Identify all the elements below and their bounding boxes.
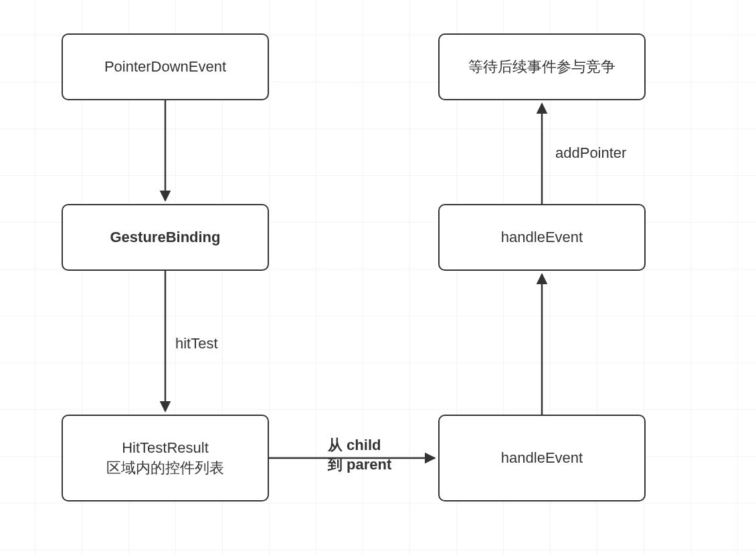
node-label-line2: 区域内的控件列表 xyxy=(106,458,224,478)
node-wait-compete: 等待后续事件参与竞争 xyxy=(438,33,646,100)
edge-text: hitTest xyxy=(175,335,218,352)
node-handle-event-lower: handleEvent xyxy=(438,415,646,502)
node-label: handleEvent xyxy=(501,227,583,247)
node-label: handleEvent xyxy=(501,448,583,468)
edge-label-child-to-parent: 从 child 到 parent xyxy=(328,436,391,474)
node-handle-event-upper: handleEvent xyxy=(438,204,646,271)
edge-label-addpointer: addPointer xyxy=(555,144,626,163)
edge-text: addPointer xyxy=(555,144,626,161)
node-hit-test-result: HitTestResult 区域内的控件列表 xyxy=(62,415,269,502)
diagram-canvas: PointerDownEvent GestureBinding HitTestR… xyxy=(0,0,756,555)
node-label: 等待后续事件参与竞争 xyxy=(468,57,616,77)
node-gesture-binding: GestureBinding xyxy=(62,204,269,271)
edge-text-line2: 到 parent xyxy=(328,455,391,475)
edge-label-hittest: hitTest xyxy=(175,334,218,354)
edge-text-line1: 从 child xyxy=(328,436,391,455)
node-pointer-down-event: PointerDownEvent xyxy=(62,33,269,100)
node-label: PointerDownEvent xyxy=(104,57,226,77)
node-label: GestureBinding xyxy=(110,227,220,247)
node-label-line1: HitTestResult xyxy=(122,438,209,458)
